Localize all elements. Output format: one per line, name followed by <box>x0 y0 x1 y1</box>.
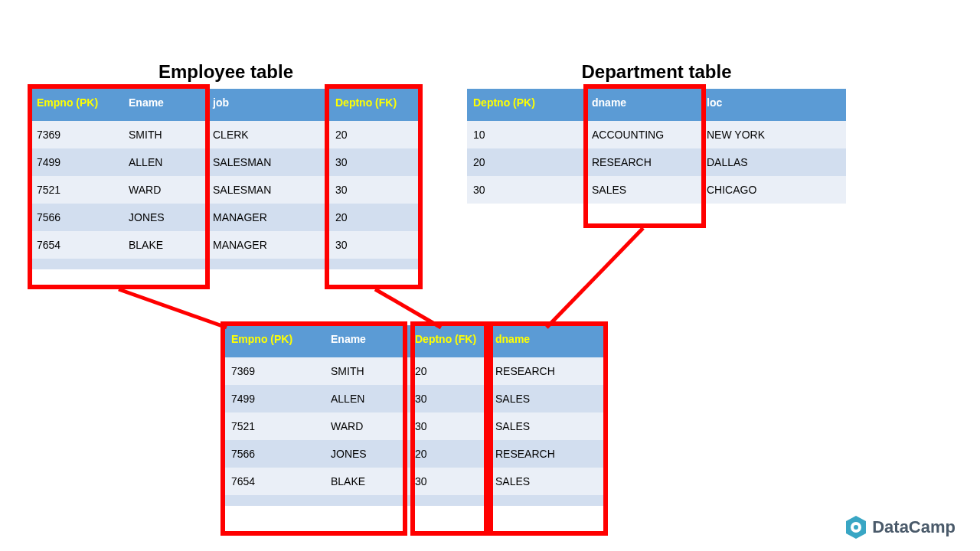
cell: 30 <box>329 148 421 176</box>
cell: 30 <box>467 176 586 204</box>
table-row: 7521WARDSALESMAN30 <box>31 176 421 204</box>
cell: WARD <box>325 412 409 440</box>
employee-table-title: Employee table <box>31 61 421 83</box>
table-row-blank <box>31 259 421 269</box>
col-empno: Empno (PK) <box>225 325 325 357</box>
cell: 30 <box>329 176 421 204</box>
cell: 7566 <box>225 440 325 468</box>
cell: 7521 <box>225 412 325 440</box>
cell: 20 <box>409 440 489 468</box>
cell: RESEARCH <box>586 148 701 176</box>
col-empno: Empno (PK) <box>31 89 122 121</box>
cell: CLERK <box>207 121 329 148</box>
col-deptno: Deptno (PK) <box>467 89 586 121</box>
table-header-row: Empno (PK) Ename Deptno (FK) dname <box>225 325 604 357</box>
cell: NEW YORK <box>701 121 846 148</box>
cell: 7521 <box>31 176 122 204</box>
table-row: 20RESEARCHDALLAS <box>467 148 846 176</box>
col-job: job <box>207 89 329 121</box>
table-row: 7369SMITH20RESEARCH <box>225 357 604 385</box>
joined-table: Empno (PK) Ename Deptno (FK) dname 7369S… <box>225 325 604 506</box>
cell: 7566 <box>31 204 122 231</box>
table-row: 30SALESCHICAGO <box>467 176 846 204</box>
cell: 7654 <box>31 231 122 259</box>
table-row-blank <box>225 495 604 506</box>
cell: 7654 <box>225 468 325 495</box>
cell: SMITH <box>325 357 409 385</box>
col-deptno: Deptno (FK) <box>329 89 421 121</box>
cell: SALESMAN <box>207 148 329 176</box>
svg-line-0 <box>119 289 227 328</box>
cell: 7369 <box>225 357 325 385</box>
cell: JONES <box>325 440 409 468</box>
cell: WARD <box>122 176 207 204</box>
cell: SALESMAN <box>207 176 329 204</box>
cell: 30 <box>409 468 489 495</box>
datacamp-logo: DataCamp <box>846 516 956 539</box>
table-row: 10ACCOUNTINGNEW YORK <box>467 121 846 148</box>
cell: RESEARCH <box>489 357 604 385</box>
cell: SALES <box>489 385 604 412</box>
cell: BLAKE <box>325 468 409 495</box>
cell: 30 <box>409 412 489 440</box>
cell: JONES <box>122 204 207 231</box>
table-row: 7499ALLEN30SALES <box>225 385 604 412</box>
col-dname: dname <box>586 89 701 121</box>
cell: 20 <box>329 204 421 231</box>
table-row: 7566JONES20RESEARCH <box>225 440 604 468</box>
col-deptno: Deptno (FK) <box>409 325 489 357</box>
svg-line-1 <box>375 289 441 328</box>
table-header-row: Empno (PK) Ename job Deptno (FK) <box>31 89 421 121</box>
cell: CHICAGO <box>701 176 846 204</box>
cell: 7499 <box>31 148 122 176</box>
table-row: 7654BLAKEMANAGER30 <box>31 231 421 259</box>
col-dname: dname <box>489 325 604 357</box>
cell: SALES <box>489 412 604 440</box>
cell: SALES <box>586 176 701 204</box>
cell: MANAGER <box>207 231 329 259</box>
table-row: 7566JONESMANAGER20 <box>31 204 421 231</box>
col-ename: Ename <box>325 325 409 357</box>
cell: 7369 <box>31 121 122 148</box>
table-row: 7654BLAKE30SALES <box>225 468 604 495</box>
datacamp-logo-icon <box>846 516 866 539</box>
datacamp-logo-text: DataCamp <box>872 517 956 537</box>
department-table-title: Department table <box>467 61 846 83</box>
table-row: 7499ALLENSALESMAN30 <box>31 148 421 176</box>
cell: ALLEN <box>122 148 207 176</box>
cell: ALLEN <box>325 385 409 412</box>
cell: 30 <box>329 231 421 259</box>
cell: SALES <box>489 468 604 495</box>
employee-table: Empno (PK) Ename job Deptno (FK) 7369SMI… <box>31 89 421 269</box>
cell: RESEARCH <box>489 440 604 468</box>
table-header-row: Deptno (PK) dname loc <box>467 89 846 121</box>
cell: 7499 <box>225 385 325 412</box>
col-ename: Ename <box>122 89 207 121</box>
cell: 20 <box>467 148 586 176</box>
cell: 20 <box>329 121 421 148</box>
table-row: 7521WARD30SALES <box>225 412 604 440</box>
table-row: 7369SMITHCLERK20 <box>31 121 421 148</box>
cell: BLAKE <box>122 231 207 259</box>
cell: 10 <box>467 121 586 148</box>
svg-line-2 <box>547 228 643 328</box>
department-table: Deptno (PK) dname loc 10ACCOUNTINGNEW YO… <box>467 89 846 204</box>
cell: 30 <box>409 385 489 412</box>
cell: 20 <box>409 357 489 385</box>
cell: SMITH <box>122 121 207 148</box>
cell: DALLAS <box>701 148 846 176</box>
col-loc: loc <box>701 89 846 121</box>
svg-point-5 <box>854 525 858 530</box>
cell: ACCOUNTING <box>586 121 701 148</box>
cell: MANAGER <box>207 204 329 231</box>
